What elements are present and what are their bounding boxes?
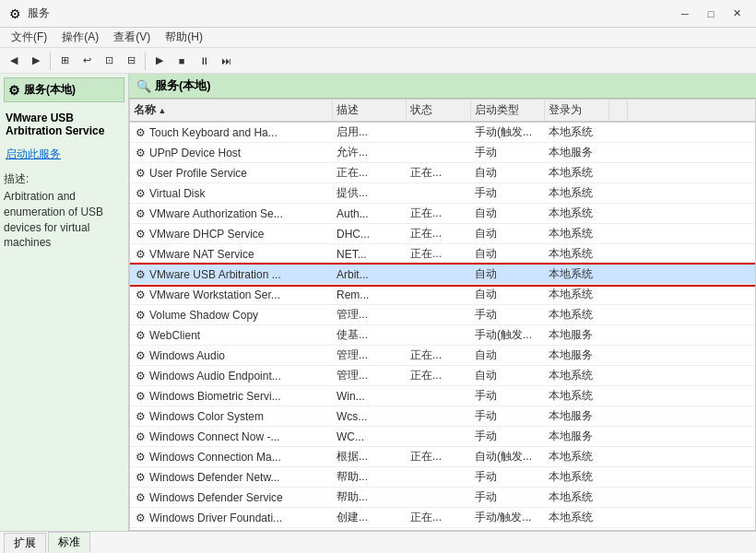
service-startup-cell: 手动 [471, 143, 545, 162]
service-desc-cell: DHC... [333, 224, 407, 243]
service-icon: ⚙ [134, 309, 147, 322]
right-panel: 🔍 服务(本地) 名称 描述 状态 启动类型 登录为 ⚙ Touch Keybo… [129, 74, 756, 531]
back-button[interactable]: ◀ [4, 51, 24, 71]
properties-button[interactable]: ⊟ [121, 51, 141, 71]
close-button[interactable]: ✕ [725, 5, 749, 23]
service-desc-cell: 根据... [333, 447, 407, 466]
menu-item-操作(A)[interactable]: 操作(A) [54, 28, 106, 47]
table-row[interactable]: ⚙ Volume Shadow Copy 管理... 手动 本地系统 [130, 305, 755, 325]
table-row[interactable]: ⚙ VMware NAT Service NET... 正在... 自动 本地系… [130, 244, 755, 265]
table-row[interactable]: ⚙ Windows Connect Now -... WC... 手动 本地服务 [130, 427, 755, 447]
service-name-cell: ⚙ VMware Authorization Se... [130, 204, 333, 223]
service-name-cell: ⚙ Volume Shadow Copy [130, 305, 333, 324]
service-logon-cell: 本地系统 [545, 508, 609, 527]
table-row[interactable]: ⚙ Touch Keyboard and Ha... 启用... 手动(触发..… [130, 123, 755, 143]
service-name-cell: ⚙ VMware Workstation Ser... [130, 285, 333, 304]
table-row[interactable]: ⚙ VMware DHCP Service DHC... 正在... 自动 本地… [130, 224, 755, 244]
service-name-cell: ⚙ User Profile Service [130, 163, 333, 182]
minimize-button[interactable]: ─ [673, 5, 697, 23]
refresh-button[interactable]: ↩ [77, 51, 97, 71]
service-logon-cell: 本地系统 [545, 244, 609, 264]
table-row[interactable]: ⚙ User Profile Service 正在... 正在... 自动 本地… [130, 163, 755, 183]
tab-expand[interactable]: 扩展 [4, 533, 46, 553]
service-icon: ⚙ [134, 349, 147, 362]
service-extra-cell [609, 447, 628, 466]
menu-item-查看(V)[interactable]: 查看(V) [106, 28, 158, 47]
service-startup-cell: 手动 [471, 488, 545, 507]
service-startup-cell: 手动(触发... [471, 123, 545, 142]
service-icon: ⚙ [134, 512, 147, 524]
search-icon: 🔍 [136, 79, 151, 93]
service-extra-cell [609, 406, 628, 426]
stop-button[interactable]: ■ [171, 51, 192, 71]
service-status-cell: 正在... [407, 244, 471, 264]
service-extra-cell [609, 265, 628, 284]
table-row[interactable]: ⚙ Virtual Disk 提供... 手动 本地系统 [130, 183, 755, 204]
service-startup-cell: 手动 [471, 467, 545, 487]
service-status-cell [407, 265, 471, 284]
table-row[interactable]: ⚙ Windows Audio Endpoint... 管理... 正在... … [130, 366, 755, 386]
col-status[interactable]: 状态 [407, 100, 471, 121]
service-logon-cell: 本地系统 [545, 467, 609, 487]
service-icon: ⚙ [134, 471, 147, 484]
service-icon: ⚙ [134, 370, 147, 382]
service-desc-cell: 提供... [333, 183, 407, 203]
service-desc-cell: 使基... [333, 325, 407, 345]
col-startup[interactable]: 启动类型 [471, 100, 545, 121]
service-extra-cell [609, 508, 628, 527]
menu-item-文件(F)[interactable]: 文件(F) [4, 28, 54, 47]
table-row[interactable]: ⚙ Windows Connection Ma... 根据... 正在... 自… [130, 447, 755, 467]
table-body: ⚙ Touch Keyboard and Ha... 启用... 手动(触发..… [130, 123, 755, 528]
forward-button[interactable]: ▶ [26, 51, 46, 71]
show-hide-button[interactable]: ⊞ [54, 51, 75, 71]
table-row[interactable]: ⚙ Windows Color System Wcs... 手动 本地服务 [130, 406, 755, 427]
menu-bar: 文件(F)操作(A)查看(V)帮助(H) [0, 28, 756, 48]
service-extra-cell [609, 285, 628, 304]
menu-item-帮助(H)[interactable]: 帮助(H) [158, 28, 210, 47]
restart-button[interactable]: ⏭ [216, 51, 236, 71]
table-row[interactable]: ⚙ UPnP Device Host 允许... 手动 本地服务 [130, 143, 755, 163]
service-name-cell: ⚙ Windows Connection Ma... [130, 447, 333, 466]
col-name[interactable]: 名称 [130, 100, 333, 121]
table-row[interactable]: ⚙ Windows Defender Service 帮助... 手动 本地系统 [130, 488, 755, 508]
maximize-button[interactable]: □ [699, 5, 723, 23]
export-button[interactable]: ⊡ [99, 51, 119, 71]
table-row[interactable]: ⚙ Windows Biometric Servi... Win... 手动 本… [130, 386, 755, 406]
service-logon-cell: 本地服务 [545, 427, 609, 446]
window-title: 服务 [28, 6, 50, 21]
service-desc-cell: Rem... [333, 285, 407, 304]
col-logon[interactable]: 登录为 [545, 100, 609, 121]
service-extra-cell [609, 467, 628, 487]
service-logon-cell: 本地服务 [545, 346, 609, 365]
table-row[interactable]: ⚙ Windows Audio 管理... 正在... 自动 本地服务 [130, 346, 755, 366]
tab-standard[interactable]: 标准 [48, 532, 90, 553]
main-area: ⚙ 服务(本地) VMware USB Arbitration Service … [0, 74, 756, 531]
service-startup-cell: 手动 [471, 183, 545, 203]
start-service-link[interactable]: 启动此服务 [4, 145, 124, 164]
service-logon-cell: 本地系统 [545, 285, 609, 304]
service-extra-cell [609, 143, 628, 162]
table-row[interactable]: ⚙ VMware Authorization Se... Auth... 正在.… [130, 204, 755, 224]
service-logon-cell: 本地服务 [545, 143, 609, 162]
service-logon-cell: 本地系统 [545, 204, 609, 223]
table-row[interactable]: ⚙ WebClient 使基... 手动(触发... 本地服务 [130, 325, 755, 346]
pause-button[interactable]: ⏸ [194, 51, 214, 71]
service-icon: ⚙ [134, 207, 147, 220]
service-icon: ⚙ [134, 329, 147, 342]
service-status-cell [407, 427, 471, 446]
col-desc[interactable]: 描述 [333, 100, 407, 121]
table-row[interactable]: ⚙ Windows Defender Netw... 帮助... 手动 本地系统 [130, 467, 755, 488]
service-table[interactable]: 名称 描述 状态 启动类型 登录为 ⚙ Touch Keyboard and H… [129, 99, 756, 531]
start-button[interactable]: ▶ [149, 51, 170, 71]
service-name-cell: ⚙ Virtual Disk [130, 183, 333, 203]
table-row[interactable]: ⚙ Windows Driver Foundati... 创建... 正在...… [130, 508, 755, 528]
service-desc-cell: 启用... [333, 123, 407, 142]
service-desc-cell: Win... [333, 386, 407, 406]
table-row[interactable]: ⚙ VMware Workstation Ser... Rem... 自动 本地… [130, 285, 755, 305]
right-panel-header: 🔍 服务(本地) [129, 74, 756, 99]
service-status-cell [407, 123, 471, 142]
service-status-cell: 正在... [407, 346, 471, 365]
service-startup-cell: 自动 [471, 366, 545, 385]
service-startup-cell: 自动 [471, 244, 545, 264]
table-row[interactable]: ⚙ VMware USB Arbitration ... Arbit... 自动… [130, 265, 755, 285]
